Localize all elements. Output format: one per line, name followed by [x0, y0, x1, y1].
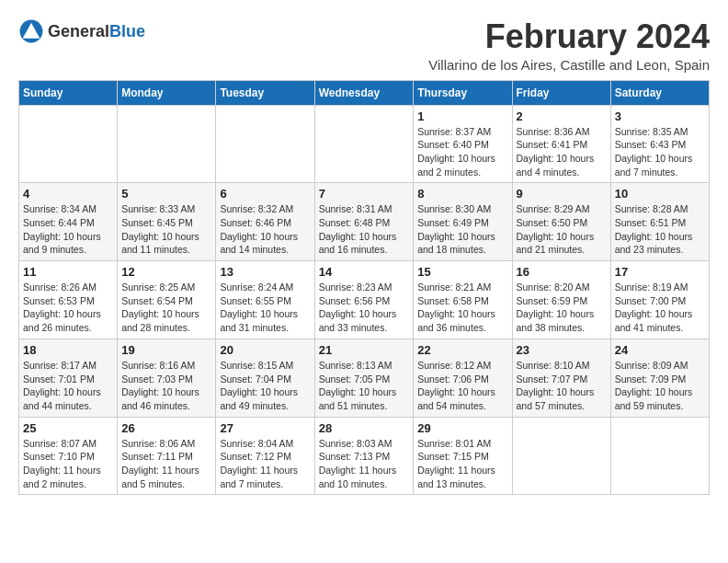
empty-cell: [512, 417, 610, 495]
day-cell-17: 17Sunrise: 8:19 AM Sunset: 7:00 PM Dayli…: [610, 261, 709, 339]
day-number: 20: [220, 343, 310, 357]
weekday-header-sunday: Sunday: [19, 80, 118, 105]
day-number: 9: [517, 187, 607, 201]
week-row-4: 18Sunrise: 8:17 AM Sunset: 7:01 PM Dayli…: [19, 339, 710, 417]
day-number: 16: [517, 265, 607, 279]
logo: GeneralBlue: [18, 18, 145, 44]
day-info: Sunrise: 8:35 AM Sunset: 6:43 PM Dayligh…: [615, 125, 705, 179]
title-block: February 2024 Villarino de los Aires, Ca…: [428, 18, 710, 73]
day-cell-9: 9Sunrise: 8:29 AM Sunset: 6:50 PM Daylig…: [512, 183, 610, 261]
month-year: February 2024: [428, 18, 710, 55]
empty-cell: [314, 105, 414, 183]
day-cell-7: 7Sunrise: 8:31 AM Sunset: 6:48 PM Daylig…: [314, 183, 414, 261]
day-number: 6: [220, 187, 310, 201]
day-info: Sunrise: 8:07 AM Sunset: 7:10 PM Dayligh…: [23, 437, 113, 491]
day-info: Sunrise: 8:17 AM Sunset: 7:01 PM Dayligh…: [23, 359, 113, 413]
day-cell-14: 14Sunrise: 8:23 AM Sunset: 6:56 PM Dayli…: [314, 261, 414, 339]
weekday-header-saturday: Saturday: [610, 80, 709, 105]
day-cell-13: 13Sunrise: 8:24 AM Sunset: 6:55 PM Dayli…: [216, 261, 314, 339]
day-number: 28: [319, 421, 410, 435]
page-header: GeneralBlue February 2024 Villarino de l…: [18, 18, 710, 73]
weekday-header-row: SundayMondayTuesdayWednesdayThursdayFrid…: [19, 80, 710, 105]
empty-cell: [118, 105, 216, 183]
day-number: 29: [417, 421, 507, 435]
day-cell-4: 4Sunrise: 8:34 AM Sunset: 6:44 PM Daylig…: [19, 183, 118, 261]
day-info: Sunrise: 8:20 AM Sunset: 6:59 PM Dayligh…: [517, 281, 607, 335]
day-cell-19: 19Sunrise: 8:16 AM Sunset: 7:03 PM Dayli…: [118, 339, 216, 417]
day-cell-8: 8Sunrise: 8:30 AM Sunset: 6:49 PM Daylig…: [414, 183, 512, 261]
empty-cell: [19, 105, 118, 183]
week-row-5: 25Sunrise: 8:07 AM Sunset: 7:10 PM Dayli…: [19, 417, 710, 495]
day-cell-11: 11Sunrise: 8:26 AM Sunset: 6:53 PM Dayli…: [19, 261, 118, 339]
day-info: Sunrise: 8:16 AM Sunset: 7:03 PM Dayligh…: [121, 359, 211, 413]
week-row-3: 11Sunrise: 8:26 AM Sunset: 6:53 PM Dayli…: [19, 261, 710, 339]
day-cell-28: 28Sunrise: 8:03 AM Sunset: 7:13 PM Dayli…: [314, 417, 414, 495]
day-number: 1: [417, 109, 507, 123]
day-cell-6: 6Sunrise: 8:32 AM Sunset: 6:46 PM Daylig…: [216, 183, 314, 261]
day-info: Sunrise: 8:13 AM Sunset: 7:05 PM Dayligh…: [319, 359, 410, 413]
day-cell-27: 27Sunrise: 8:04 AM Sunset: 7:12 PM Dayli…: [216, 417, 314, 495]
day-info: Sunrise: 8:12 AM Sunset: 7:06 PM Dayligh…: [417, 359, 507, 413]
day-number: 26: [121, 421, 211, 435]
day-info: Sunrise: 8:34 AM Sunset: 6:44 PM Dayligh…: [23, 202, 113, 257]
logo-icon: [18, 18, 44, 44]
day-cell-25: 25Sunrise: 8:07 AM Sunset: 7:10 PM Dayli…: [19, 417, 118, 495]
day-cell-29: 29Sunrise: 8:01 AM Sunset: 7:15 PM Dayli…: [414, 417, 512, 495]
day-cell-16: 16Sunrise: 8:20 AM Sunset: 6:59 PM Dayli…: [512, 261, 610, 339]
day-info: Sunrise: 8:24 AM Sunset: 6:55 PM Dayligh…: [220, 281, 310, 335]
day-number: 13: [220, 265, 310, 279]
logo-text: GeneralBlue: [48, 22, 145, 41]
day-info: Sunrise: 8:26 AM Sunset: 6:53 PM Dayligh…: [23, 281, 113, 335]
weekday-header-tuesday: Tuesday: [216, 80, 314, 105]
day-info: Sunrise: 8:23 AM Sunset: 6:56 PM Dayligh…: [319, 281, 410, 335]
day-info: Sunrise: 8:28 AM Sunset: 6:51 PM Dayligh…: [615, 202, 705, 257]
empty-cell: [610, 417, 709, 495]
day-info: Sunrise: 8:09 AM Sunset: 7:09 PM Dayligh…: [615, 359, 705, 413]
day-info: Sunrise: 8:29 AM Sunset: 6:50 PM Dayligh…: [517, 202, 607, 257]
day-cell-18: 18Sunrise: 8:17 AM Sunset: 7:01 PM Dayli…: [19, 339, 118, 417]
day-number: 21: [319, 343, 410, 357]
day-number: 18: [23, 343, 113, 357]
day-info: Sunrise: 8:31 AM Sunset: 6:48 PM Dayligh…: [319, 202, 410, 257]
day-info: Sunrise: 8:32 AM Sunset: 6:46 PM Dayligh…: [220, 202, 310, 257]
logo-general: General: [48, 22, 109, 40]
week-row-1: 1Sunrise: 8:37 AM Sunset: 6:40 PM Daylig…: [19, 105, 710, 183]
day-number: 19: [121, 343, 211, 357]
day-number: 8: [417, 187, 507, 201]
day-info: Sunrise: 8:36 AM Sunset: 6:41 PM Dayligh…: [517, 125, 607, 179]
day-cell-1: 1Sunrise: 8:37 AM Sunset: 6:40 PM Daylig…: [414, 105, 512, 183]
day-info: Sunrise: 8:04 AM Sunset: 7:12 PM Dayligh…: [220, 437, 310, 491]
day-info: Sunrise: 8:33 AM Sunset: 6:45 PM Dayligh…: [121, 202, 211, 257]
day-number: 7: [319, 187, 410, 201]
day-cell-2: 2Sunrise: 8:36 AM Sunset: 6:41 PM Daylig…: [512, 105, 610, 183]
day-number: 11: [23, 265, 113, 279]
day-info: Sunrise: 8:10 AM Sunset: 7:07 PM Dayligh…: [517, 359, 607, 413]
day-number: 22: [417, 343, 507, 357]
day-cell-5: 5Sunrise: 8:33 AM Sunset: 6:45 PM Daylig…: [118, 183, 216, 261]
day-number: 4: [23, 187, 113, 201]
day-cell-21: 21Sunrise: 8:13 AM Sunset: 7:05 PM Dayli…: [314, 339, 414, 417]
day-info: Sunrise: 8:19 AM Sunset: 7:00 PM Dayligh…: [615, 281, 705, 335]
day-info: Sunrise: 8:03 AM Sunset: 7:13 PM Dayligh…: [319, 437, 410, 491]
empty-cell: [216, 105, 314, 183]
weekday-header-thursday: Thursday: [414, 80, 512, 105]
day-info: Sunrise: 8:21 AM Sunset: 6:58 PM Dayligh…: [417, 281, 507, 335]
day-cell-23: 23Sunrise: 8:10 AM Sunset: 7:07 PM Dayli…: [512, 339, 610, 417]
day-number: 5: [121, 187, 211, 201]
day-cell-24: 24Sunrise: 8:09 AM Sunset: 7:09 PM Dayli…: [610, 339, 709, 417]
day-info: Sunrise: 8:25 AM Sunset: 6:54 PM Dayligh…: [121, 281, 211, 335]
day-info: Sunrise: 8:01 AM Sunset: 7:15 PM Dayligh…: [417, 437, 507, 491]
day-cell-22: 22Sunrise: 8:12 AM Sunset: 7:06 PM Dayli…: [414, 339, 512, 417]
day-info: Sunrise: 8:30 AM Sunset: 6:49 PM Dayligh…: [417, 202, 507, 257]
location: Villarino de los Aires, Castille and Leo…: [428, 57, 710, 73]
day-cell-10: 10Sunrise: 8:28 AM Sunset: 6:51 PM Dayli…: [610, 183, 709, 261]
logo-blue: Blue: [109, 22, 145, 40]
day-number: 23: [517, 343, 607, 357]
day-number: 14: [319, 265, 410, 279]
day-number: 2: [517, 109, 607, 123]
day-number: 27: [220, 421, 310, 435]
day-cell-20: 20Sunrise: 8:15 AM Sunset: 7:04 PM Dayli…: [216, 339, 314, 417]
weekday-header-friday: Friday: [512, 80, 610, 105]
day-cell-15: 15Sunrise: 8:21 AM Sunset: 6:58 PM Dayli…: [414, 261, 512, 339]
day-info: Sunrise: 8:06 AM Sunset: 7:11 PM Dayligh…: [121, 437, 211, 491]
